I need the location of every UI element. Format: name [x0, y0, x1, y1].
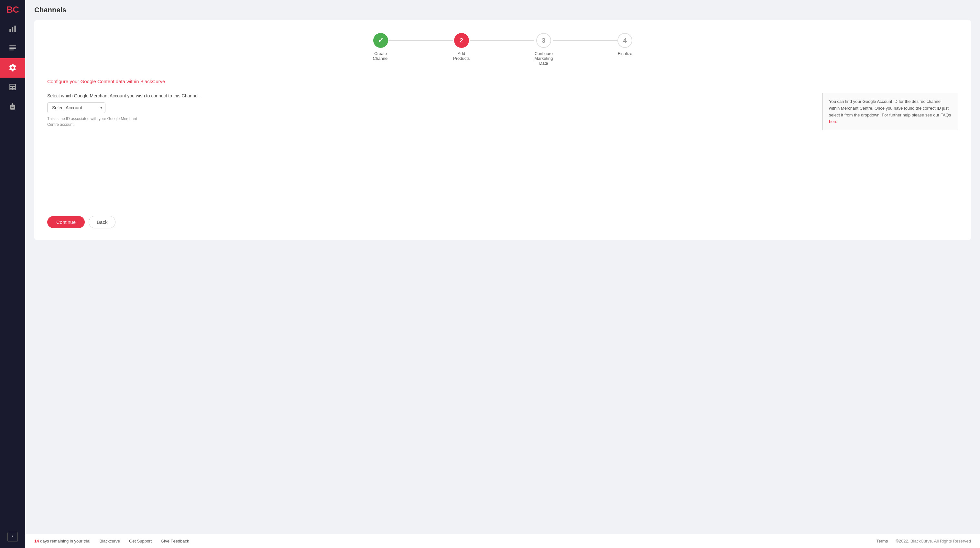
svg-rect-0 [10, 29, 11, 32]
hint-box: You can find your Google Account ID for … [822, 93, 958, 131]
select-account-wrapper: Select Account ▾ [47, 102, 105, 113]
checkmark-icon: ✓ [378, 36, 383, 45]
logo-text: BC [6, 5, 19, 15]
sidebar-item-table[interactable] [0, 78, 25, 97]
action-row: Continue Back [47, 216, 958, 228]
footer-link-get-support[interactable]: Get Support [129, 538, 152, 543]
trial-text: days remaining in your trial [39, 538, 90, 543]
step-4-circle: 4 [617, 33, 632, 48]
form-left: Select which Google Merchant Account you… [47, 93, 809, 127]
sidebar: BC [0, 0, 25, 548]
svg-rect-6 [10, 49, 14, 50]
svg-rect-2 [14, 25, 16, 32]
svg-rect-4 [10, 46, 16, 47]
step-1-circle: ✓ [373, 33, 388, 48]
sidebar-navigation [0, 19, 25, 529]
step-finalize: 4 Finalize [617, 33, 632, 56]
sidebar-item-list[interactable] [0, 39, 25, 58]
form-section: Configure your Google Content data withi… [47, 79, 958, 206]
footer-right: Terms ©2022. BlackCurve. All Rights Rese… [877, 538, 971, 543]
sidebar-logo[interactable]: BC [0, 0, 25, 19]
sidebar-item-settings[interactable] [0, 58, 25, 78]
continue-button[interactable]: Continue [47, 216, 85, 228]
form-right: You can find your Google Account ID for … [822, 93, 958, 131]
step-connector-2-3 [469, 40, 534, 41]
step-connector-3-4 [553, 40, 617, 41]
step-3-circle: 3 [536, 33, 551, 48]
step-2-circle: 2 [454, 33, 469, 48]
logo-c: C [13, 5, 19, 14]
hint-text: You can find your Google Account ID for … [829, 99, 951, 118]
step-configure-marketing: 3 ConfigureMarketingData [534, 33, 553, 66]
main-card: ✓ CreateChannel 2 AddProducts 3 [34, 20, 971, 240]
collapse-arrow-icon [8, 532, 18, 542]
gear-icon [8, 64, 17, 73]
step-3-number: 3 [542, 37, 545, 44]
chart-icon [8, 25, 17, 34]
step-create-channel: ✓ CreateChannel [373, 33, 388, 61]
list-icon [8, 44, 17, 53]
step-2-label: AddProducts [453, 51, 469, 61]
svg-rect-1 [12, 27, 13, 32]
form-row: Select which Google Merchant Account you… [47, 93, 958, 131]
footer: 14 days remaining in your trial Blackcur… [25, 534, 980, 548]
trial-notice: 14 days remaining in your trial [34, 538, 90, 543]
trial-days: 14 [34, 538, 39, 543]
section-title: Configure your Google Content data withi… [47, 79, 958, 84]
footer-link-give-feedback[interactable]: Give Feedback [161, 538, 189, 543]
field-hint: This is the ID associated with your Goog… [47, 116, 144, 127]
back-button[interactable]: Back [89, 216, 116, 228]
merchant-label: Select which Google Merchant Account you… [47, 93, 809, 98]
footer-left: 14 days remaining in your trial Blackcur… [34, 538, 877, 543]
content-area: ✓ CreateChannel 2 AddProducts 3 [25, 20, 980, 534]
step-2-number: 2 [460, 37, 463, 44]
step-3-label: ConfigureMarketingData [534, 51, 553, 66]
step-1-label: CreateChannel [373, 51, 388, 61]
svg-rect-3 [10, 45, 16, 46]
sidebar-collapse-button[interactable] [0, 529, 25, 548]
stepper: ✓ CreateChannel 2 AddProducts 3 [47, 33, 958, 66]
hint-link[interactable]: here. [829, 119, 838, 124]
step-4-label: Finalize [618, 51, 632, 56]
svg-rect-5 [10, 48, 16, 49]
step-connector-1-2 [388, 40, 453, 41]
select-account-dropdown[interactable]: Select Account [47, 102, 105, 113]
logo-b: B [6, 5, 13, 14]
robot-icon [8, 102, 17, 112]
page-header: Channels [25, 0, 980, 20]
footer-terms-link[interactable]: Terms [877, 538, 888, 543]
step-4-number: 4 [623, 37, 627, 44]
table-icon [8, 83, 17, 92]
sidebar-item-robot[interactable] [0, 97, 25, 116]
sidebar-item-dashboard[interactable] [0, 19, 25, 39]
step-add-products: 2 AddProducts [453, 33, 469, 61]
footer-copyright: ©2022. BlackCurve. All Rights Reserved [896, 538, 971, 543]
page-title: Channels [34, 6, 971, 14]
main-wrapper: Channels ✓ CreateChannel 2 AddP [25, 0, 980, 548]
footer-link-blackcurve[interactable]: Blackcurve [99, 538, 120, 543]
